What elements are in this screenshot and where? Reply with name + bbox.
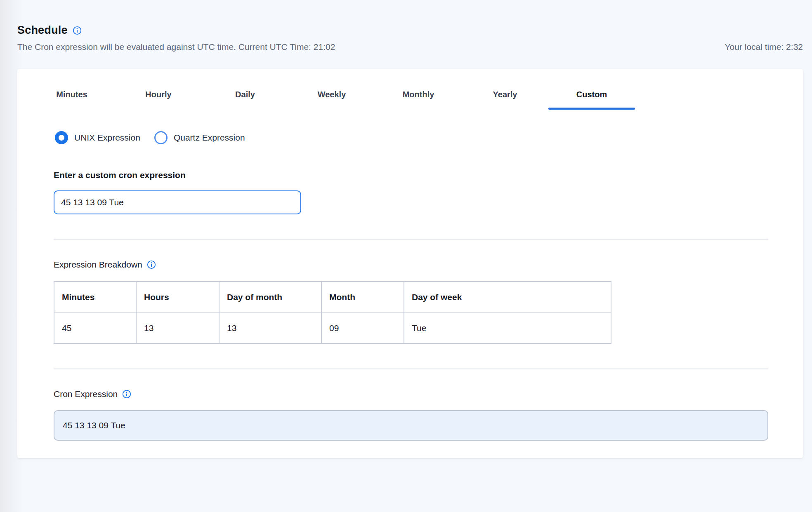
col-header-day-of-month: Day of month bbox=[219, 282, 321, 313]
col-header-minutes: Minutes bbox=[54, 282, 136, 313]
tab-custom[interactable]: Custom bbox=[548, 89, 635, 110]
tab-hourly[interactable]: Hourly bbox=[115, 89, 202, 110]
custom-cron-input[interactable] bbox=[54, 190, 301, 214]
schedule-tabs: Minutes Hourly Daily Weekly Monthly Year… bbox=[28, 89, 635, 110]
tab-monthly[interactable]: Monthly bbox=[375, 89, 462, 110]
page-header: Schedule The Cron expression will be eva… bbox=[17, 24, 803, 52]
schedule-card: Minutes Hourly Daily Weekly Monthly Year… bbox=[17, 69, 803, 458]
expression-type-group: UNIX Expression Quartz Expression bbox=[55, 131, 245, 144]
col-header-day-of-week: Day of week bbox=[404, 282, 611, 313]
table-header-row: Minutes Hours Day of month Month Day of … bbox=[54, 282, 611, 313]
tab-weekly[interactable]: Weekly bbox=[288, 89, 375, 110]
cell-hours: 13 bbox=[136, 313, 219, 343]
tab-daily[interactable]: Daily bbox=[202, 89, 288, 110]
unix-expression-radio[interactable]: UNIX Expression bbox=[55, 131, 140, 144]
col-header-hours: Hours bbox=[136, 282, 219, 313]
radio-checked-icon[interactable] bbox=[55, 131, 68, 144]
tab-minutes[interactable]: Minutes bbox=[28, 89, 115, 110]
radio-unchecked-icon[interactable] bbox=[154, 131, 168, 144]
table-row: 45 13 13 09 Tue bbox=[54, 313, 611, 343]
unix-expression-label[interactable]: UNIX Expression bbox=[74, 133, 140, 143]
expression-breakdown-table: Minutes Hours Day of month Month Day of … bbox=[54, 281, 611, 344]
cron-expression-section-title: Cron Expression bbox=[54, 389, 131, 399]
cell-month: 09 bbox=[321, 313, 404, 343]
info-icon[interactable] bbox=[73, 26, 82, 35]
info-icon[interactable] bbox=[122, 390, 131, 399]
cell-minutes: 45 bbox=[54, 313, 136, 343]
custom-cron-label: Enter a custom cron expression bbox=[54, 170, 186, 180]
breakdown-title-text: Expression Breakdown bbox=[54, 260, 142, 270]
divider bbox=[54, 239, 768, 240]
cell-day-of-month: 13 bbox=[219, 313, 321, 343]
breakdown-section-title: Expression Breakdown bbox=[54, 260, 156, 270]
tab-yearly[interactable]: Yearly bbox=[462, 89, 548, 110]
cron-expression-output[interactable] bbox=[54, 410, 768, 441]
info-icon[interactable] bbox=[147, 260, 156, 269]
page-title: Schedule bbox=[17, 24, 68, 37]
col-header-month: Month bbox=[321, 282, 404, 313]
local-time: Your local time: 2:32 bbox=[725, 42, 803, 52]
divider bbox=[54, 369, 768, 369]
cron-expression-title-text: Cron Expression bbox=[54, 389, 118, 399]
utc-subtitle: The Cron expression will be evaluated ag… bbox=[17, 42, 335, 52]
quartz-expression-label[interactable]: Quartz Expression bbox=[174, 133, 245, 143]
cell-day-of-week: Tue bbox=[404, 313, 611, 343]
quartz-expression-radio[interactable]: Quartz Expression bbox=[154, 131, 245, 144]
